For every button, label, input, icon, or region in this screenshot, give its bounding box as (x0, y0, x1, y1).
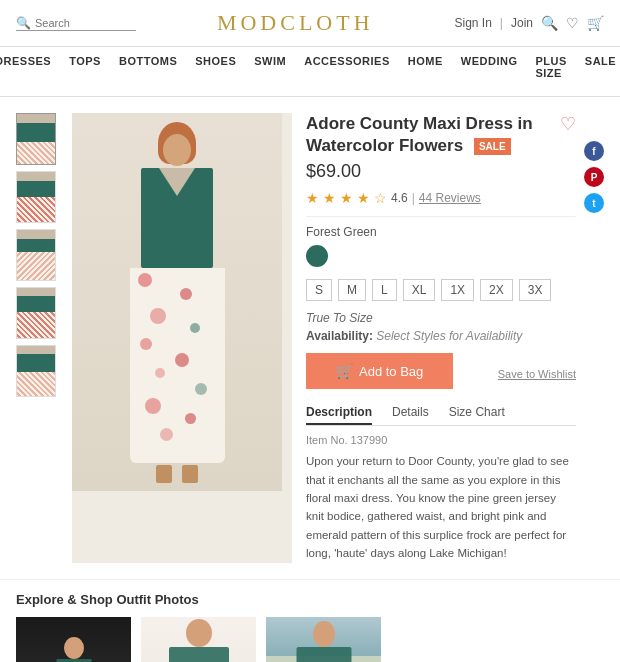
nav-sale[interactable]: SALE (585, 55, 616, 88)
item-number: Item No. 137990 (306, 434, 576, 446)
outfit-photo-3[interactable] (266, 617, 381, 662)
header-actions: Sign In | Join 🔍 ♡ 🛒 (454, 15, 604, 31)
twitter-share-button[interactable]: t (584, 193, 604, 213)
wishlist-heart-icon[interactable]: ♡ (560, 113, 576, 135)
nav-accessories[interactable]: ACCESSORIES (304, 55, 390, 88)
size-1x[interactable]: 1X (441, 279, 474, 301)
size-m[interactable]: M (338, 279, 366, 301)
sign-in-link[interactable]: Sign In (454, 16, 491, 30)
nav-swim[interactable]: SWIM (254, 55, 286, 88)
outfit-photo-1[interactable] (16, 617, 131, 662)
size-3x[interactable]: 3X (519, 279, 552, 301)
outfit-section-title: Explore & Shop Outfit Photos (16, 592, 604, 607)
join-link[interactable]: Join (511, 16, 533, 30)
nav-plus-size[interactable]: PLUS SIZE (535, 55, 566, 88)
site-header: 🔍 MODCLOTH Sign In | Join 🔍 ♡ 🛒 (0, 0, 620, 47)
product-image-display (72, 113, 282, 491)
main-nav: NEW DRESSES TOPS BOTTOMS SHOES SWIM ACCE… (0, 47, 620, 97)
star-3: ★ (340, 190, 353, 206)
product-area: f P t Adore County Maxi Dress in Waterco… (0, 97, 620, 579)
thumbnail-4[interactable] (16, 287, 56, 339)
thumbnail-2[interactable] (16, 171, 56, 223)
search-input[interactable] (35, 17, 125, 29)
divider (306, 216, 576, 217)
search-icon: 🔍 (16, 16, 31, 30)
pinterest-share-button[interactable]: P (584, 167, 604, 187)
product-price: $69.00 (306, 161, 576, 182)
wishlist-icon-header[interactable]: ♡ (566, 15, 579, 31)
color-swatches (306, 245, 576, 267)
availability: Availability: Select Styles for Availabi… (306, 329, 576, 343)
nav-wedding[interactable]: WEDDING (461, 55, 518, 88)
divider: | (500, 16, 503, 30)
product-tabs: Description Details Size Chart (306, 405, 576, 426)
fit-label: True To Size (306, 311, 576, 325)
rating-stars: ★ ★ ★ ★ ☆ 4.6 | 44 Reviews (306, 190, 576, 206)
thumbnail-1[interactable] (16, 113, 56, 165)
size-l[interactable]: L (372, 279, 397, 301)
save-to-wishlist-link[interactable]: Save to Wishlist (498, 368, 576, 380)
nav-dresses[interactable]: DRESSES (0, 55, 51, 88)
thumbnail-3[interactable] (16, 229, 56, 281)
color-label: Forest Green (306, 225, 576, 239)
tab-details[interactable]: Details (392, 405, 429, 425)
thumbnail-5[interactable] (16, 345, 56, 397)
nav-bottoms[interactable]: BOTTOMS (119, 55, 177, 88)
size-selector: S M L XL 1X 2X 3X (306, 279, 576, 301)
bag-icon: 🛒 (336, 363, 353, 379)
search-icon-header[interactable]: 🔍 (541, 15, 558, 31)
nav-shoes[interactable]: SHOES (195, 55, 236, 88)
facebook-share-button[interactable]: f (584, 141, 604, 161)
rating-number: 4.6 (391, 191, 408, 205)
star-5: ☆ (374, 190, 387, 206)
color-swatch-forest-green[interactable] (306, 245, 328, 267)
tab-size-chart[interactable]: Size Chart (449, 405, 505, 425)
site-logo: MODCLOTH (217, 10, 374, 36)
size-2x[interactable]: 2X (480, 279, 513, 301)
nav-home[interactable]: HOME (408, 55, 443, 88)
outfit-photo-2[interactable] (141, 617, 256, 662)
star-1: ★ (306, 190, 319, 206)
star-2: ★ (323, 190, 336, 206)
thumbnail-list (16, 113, 58, 563)
tab-description[interactable]: Description (306, 405, 372, 425)
cart-icon-header[interactable]: 🛒 (587, 15, 604, 31)
add-to-bag-button[interactable]: 🛒 Add to Bag (306, 353, 453, 389)
star-4: ★ (357, 190, 370, 206)
sale-badge: SALE (474, 138, 511, 155)
size-xl[interactable]: XL (403, 279, 436, 301)
product-details: f P t Adore County Maxi Dress in Waterco… (306, 113, 604, 563)
size-s[interactable]: S (306, 279, 332, 301)
nav-tops[interactable]: TOPS (69, 55, 101, 88)
product-title: Adore County Maxi Dress in Watercolor Fl… (306, 114, 533, 155)
main-product-image (72, 113, 292, 563)
outfit-section: Explore & Shop Outfit Photos (0, 579, 620, 662)
search-bar[interactable]: 🔍 (16, 16, 136, 31)
outfit-photos-list (16, 617, 604, 662)
reviews-link[interactable]: 44 Reviews (419, 191, 481, 205)
product-description: Upon your return to Door County, you're … (306, 452, 576, 562)
